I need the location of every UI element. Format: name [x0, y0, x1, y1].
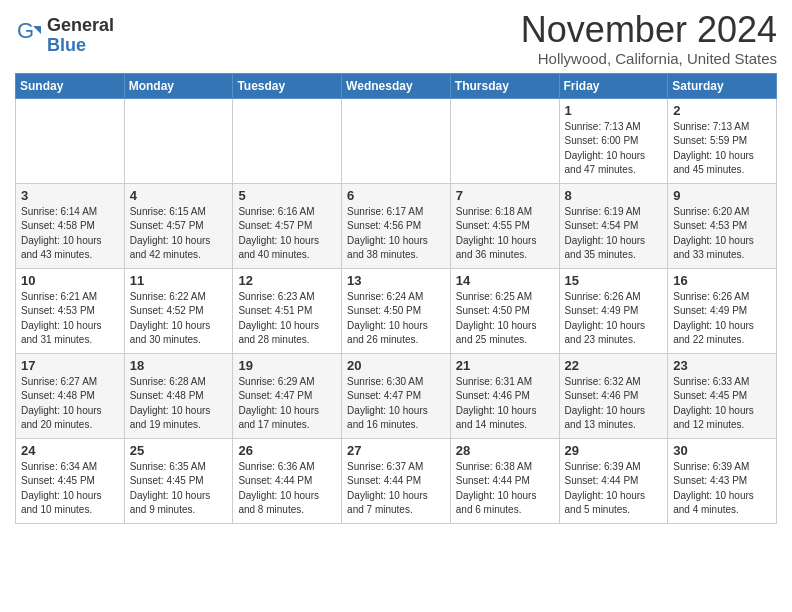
week-row-1: 1Sunrise: 7:13 AM Sunset: 6:00 PM Daylig…: [16, 98, 777, 183]
day-info: Sunrise: 7:13 AM Sunset: 5:59 PM Dayligh…: [673, 120, 772, 178]
day-info: Sunrise: 6:28 AM Sunset: 4:48 PM Dayligh…: [130, 375, 229, 433]
weekday-header-wednesday: Wednesday: [342, 73, 451, 98]
calendar-cell: 6Sunrise: 6:17 AM Sunset: 4:56 PM Daylig…: [342, 183, 451, 268]
calendar-cell: 23Sunrise: 6:33 AM Sunset: 4:45 PM Dayli…: [668, 353, 777, 438]
day-info: Sunrise: 6:14 AM Sunset: 4:58 PM Dayligh…: [21, 205, 120, 263]
day-number: 17: [21, 358, 120, 373]
week-row-2: 3Sunrise: 6:14 AM Sunset: 4:58 PM Daylig…: [16, 183, 777, 268]
day-info: Sunrise: 6:18 AM Sunset: 4:55 PM Dayligh…: [456, 205, 555, 263]
day-number: 24: [21, 443, 120, 458]
calendar-cell: 5Sunrise: 6:16 AM Sunset: 4:57 PM Daylig…: [233, 183, 342, 268]
calendar-cell: [450, 98, 559, 183]
day-info: Sunrise: 6:22 AM Sunset: 4:52 PM Dayligh…: [130, 290, 229, 348]
day-number: 29: [565, 443, 664, 458]
calendar-cell: 2Sunrise: 7:13 AM Sunset: 5:59 PM Daylig…: [668, 98, 777, 183]
weekday-header-thursday: Thursday: [450, 73, 559, 98]
calendar-cell: 29Sunrise: 6:39 AM Sunset: 4:44 PM Dayli…: [559, 438, 668, 523]
calendar-cell: 19Sunrise: 6:29 AM Sunset: 4:47 PM Dayli…: [233, 353, 342, 438]
day-info: Sunrise: 6:16 AM Sunset: 4:57 PM Dayligh…: [238, 205, 337, 263]
day-info: Sunrise: 7:13 AM Sunset: 6:00 PM Dayligh…: [565, 120, 664, 178]
title-area: November 2024 Hollywood, California, Uni…: [521, 10, 777, 67]
calendar-cell: 30Sunrise: 6:39 AM Sunset: 4:43 PM Dayli…: [668, 438, 777, 523]
day-number: 16: [673, 273, 772, 288]
day-number: 19: [238, 358, 337, 373]
day-info: Sunrise: 6:17 AM Sunset: 4:56 PM Dayligh…: [347, 205, 446, 263]
calendar-cell: [124, 98, 233, 183]
calendar-cell: 22Sunrise: 6:32 AM Sunset: 4:46 PM Dayli…: [559, 353, 668, 438]
day-number: 11: [130, 273, 229, 288]
day-number: 22: [565, 358, 664, 373]
weekday-header-row: SundayMondayTuesdayWednesdayThursdayFrid…: [16, 73, 777, 98]
day-number: 21: [456, 358, 555, 373]
calendar-cell: 27Sunrise: 6:37 AM Sunset: 4:44 PM Dayli…: [342, 438, 451, 523]
week-row-5: 24Sunrise: 6:34 AM Sunset: 4:45 PM Dayli…: [16, 438, 777, 523]
calendar-cell: 24Sunrise: 6:34 AM Sunset: 4:45 PM Dayli…: [16, 438, 125, 523]
location-text: Hollywood, California, United States: [521, 50, 777, 67]
day-number: 12: [238, 273, 337, 288]
day-number: 18: [130, 358, 229, 373]
day-info: Sunrise: 6:30 AM Sunset: 4:47 PM Dayligh…: [347, 375, 446, 433]
calendar-cell: 3Sunrise: 6:14 AM Sunset: 4:58 PM Daylig…: [16, 183, 125, 268]
weekday-header-monday: Monday: [124, 73, 233, 98]
week-row-4: 17Sunrise: 6:27 AM Sunset: 4:48 PM Dayli…: [16, 353, 777, 438]
calendar-cell: 14Sunrise: 6:25 AM Sunset: 4:50 PM Dayli…: [450, 268, 559, 353]
logo-icon: G: [15, 18, 43, 46]
calendar-cell: 20Sunrise: 6:30 AM Sunset: 4:47 PM Dayli…: [342, 353, 451, 438]
day-number: 28: [456, 443, 555, 458]
day-info: Sunrise: 6:21 AM Sunset: 4:53 PM Dayligh…: [21, 290, 120, 348]
day-info: Sunrise: 6:38 AM Sunset: 4:44 PM Dayligh…: [456, 460, 555, 518]
calendar-cell: 7Sunrise: 6:18 AM Sunset: 4:55 PM Daylig…: [450, 183, 559, 268]
day-info: Sunrise: 6:36 AM Sunset: 4:44 PM Dayligh…: [238, 460, 337, 518]
calendar-cell: [16, 98, 125, 183]
day-number: 10: [21, 273, 120, 288]
day-number: 25: [130, 443, 229, 458]
day-number: 6: [347, 188, 446, 203]
calendar-cell: 16Sunrise: 6:26 AM Sunset: 4:49 PM Dayli…: [668, 268, 777, 353]
day-info: Sunrise: 6:20 AM Sunset: 4:53 PM Dayligh…: [673, 205, 772, 263]
day-info: Sunrise: 6:34 AM Sunset: 4:45 PM Dayligh…: [21, 460, 120, 518]
day-info: Sunrise: 6:25 AM Sunset: 4:50 PM Dayligh…: [456, 290, 555, 348]
day-info: Sunrise: 6:33 AM Sunset: 4:45 PM Dayligh…: [673, 375, 772, 433]
day-info: Sunrise: 6:27 AM Sunset: 4:48 PM Dayligh…: [21, 375, 120, 433]
calendar-table: SundayMondayTuesdayWednesdayThursdayFrid…: [15, 73, 777, 524]
calendar-cell: 28Sunrise: 6:38 AM Sunset: 4:44 PM Dayli…: [450, 438, 559, 523]
day-number: 8: [565, 188, 664, 203]
day-number: 27: [347, 443, 446, 458]
day-info: Sunrise: 6:24 AM Sunset: 4:50 PM Dayligh…: [347, 290, 446, 348]
calendar-cell: 10Sunrise: 6:21 AM Sunset: 4:53 PM Dayli…: [16, 268, 125, 353]
calendar-cell: 11Sunrise: 6:22 AM Sunset: 4:52 PM Dayli…: [124, 268, 233, 353]
calendar-cell: 9Sunrise: 6:20 AM Sunset: 4:53 PM Daylig…: [668, 183, 777, 268]
day-number: 1: [565, 103, 664, 118]
day-number: 14: [456, 273, 555, 288]
logo-blue-text: Blue: [47, 36, 114, 56]
day-info: Sunrise: 6:31 AM Sunset: 4:46 PM Dayligh…: [456, 375, 555, 433]
logo-text: General Blue: [47, 16, 114, 56]
day-info: Sunrise: 6:26 AM Sunset: 4:49 PM Dayligh…: [565, 290, 664, 348]
day-number: 5: [238, 188, 337, 203]
day-info: Sunrise: 6:37 AM Sunset: 4:44 PM Dayligh…: [347, 460, 446, 518]
calendar-cell: 21Sunrise: 6:31 AM Sunset: 4:46 PM Dayli…: [450, 353, 559, 438]
day-number: 7: [456, 188, 555, 203]
svg-marker-1: [33, 26, 41, 34]
calendar-cell: 15Sunrise: 6:26 AM Sunset: 4:49 PM Dayli…: [559, 268, 668, 353]
month-title: November 2024: [521, 10, 777, 50]
day-number: 20: [347, 358, 446, 373]
weekday-header-saturday: Saturday: [668, 73, 777, 98]
logo-general-text: General: [47, 16, 114, 36]
day-info: Sunrise: 6:23 AM Sunset: 4:51 PM Dayligh…: [238, 290, 337, 348]
logo: G General Blue: [15, 16, 114, 56]
calendar-cell: 4Sunrise: 6:15 AM Sunset: 4:57 PM Daylig…: [124, 183, 233, 268]
day-number: 30: [673, 443, 772, 458]
header: G General Blue November 2024 Hollywood, …: [15, 10, 777, 67]
day-info: Sunrise: 6:26 AM Sunset: 4:49 PM Dayligh…: [673, 290, 772, 348]
day-number: 4: [130, 188, 229, 203]
day-number: 26: [238, 443, 337, 458]
weekday-header-tuesday: Tuesday: [233, 73, 342, 98]
day-number: 9: [673, 188, 772, 203]
calendar-cell: 26Sunrise: 6:36 AM Sunset: 4:44 PM Dayli…: [233, 438, 342, 523]
calendar-cell: [233, 98, 342, 183]
day-number: 23: [673, 358, 772, 373]
day-info: Sunrise: 6:15 AM Sunset: 4:57 PM Dayligh…: [130, 205, 229, 263]
svg-text:G: G: [17, 18, 34, 43]
calendar-cell: 12Sunrise: 6:23 AM Sunset: 4:51 PM Dayli…: [233, 268, 342, 353]
